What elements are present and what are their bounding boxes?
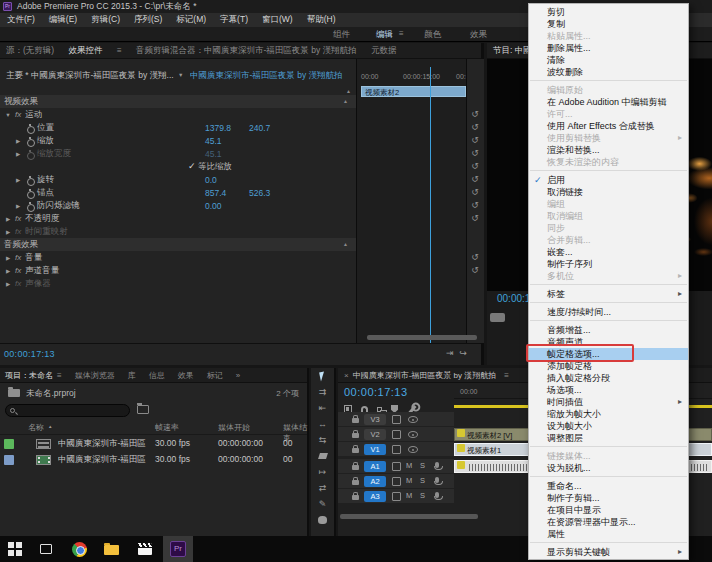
anchor-x-value[interactable]: 857.4 — [205, 188, 226, 198]
stopwatch-icon[interactable] — [26, 176, 34, 184]
premiere-taskbar-app[interactable]: Pr — [170, 541, 186, 557]
program-scrollbar-thumb[interactable] — [490, 313, 505, 322]
start-button[interactable] — [7, 541, 23, 557]
menu-item-properties[interactable]: 属性 — [529, 528, 688, 540]
effect-row-motion[interactable]: fx 运动 — [0, 108, 356, 121]
menu-item-audio-gain[interactable]: 音频增益... — [529, 324, 688, 336]
menu-item-scale-to-frame-size[interactable]: 缩放为帧大小 — [529, 408, 688, 420]
menu-item-replace-with-ae-comp[interactable]: 使用 After Effects 合成替换 — [529, 120, 688, 132]
menu-title[interactable]: 字幕(T) — [213, 14, 255, 26]
slide-tool[interactable]: ⇄ — [311, 480, 334, 496]
rolling-edit-tool[interactable]: ↔ — [311, 416, 334, 432]
stopwatch-icon[interactable] — [26, 189, 34, 197]
label-color-swatch[interactable] — [4, 455, 14, 465]
video-effects-section[interactable]: 视频效果 — [0, 95, 356, 108]
tab-audio-clip-mixer[interactable]: 音频剪辑混合器：中國廣東深圳市-福田區夜景 by 漢翔航拍 — [130, 43, 363, 57]
tab-metadata[interactable]: 元数据 — [365, 43, 403, 57]
eye-icon[interactable] — [408, 446, 418, 453]
lock-icon[interactable] — [352, 433, 359, 438]
sync-lock-icon[interactable] — [392, 415, 401, 424]
effect-row-anchor-point[interactable]: 锚点 857.4 526.3 — [0, 186, 356, 199]
tab-project[interactable]: 项目：未命名 — [5, 370, 53, 381]
menu-edit[interactable]: 编辑(E) — [42, 14, 84, 26]
scale-value[interactable]: 45.1 — [205, 136, 222, 146]
menu-item-make-subclip[interactable]: 制作子剪辑... — [529, 492, 688, 504]
mute-button[interactable]: M — [406, 461, 412, 470]
track-select-forward-tool[interactable]: ⇉ — [311, 384, 334, 400]
menu-item-field-options[interactable]: 场选项... — [529, 384, 688, 396]
menu-window[interactable]: 窗口(W) — [255, 14, 300, 26]
menu-sequence[interactable]: 序列(S) — [127, 14, 169, 26]
track-badge-a1[interactable]: A1 — [364, 461, 386, 472]
master-clip-label[interactable]: 主要 * 中國廣東深圳市-福田區夜景 by 漢翔... — [6, 70, 174, 82]
menu-item-ripple-delete[interactable]: 波纹删除 — [529, 66, 688, 78]
collapse-toggle-icon[interactable] — [3, 268, 13, 274]
reset-effect-icon[interactable] — [468, 161, 482, 172]
menu-item-frame-hold-options[interactable]: 帧定格选项... — [529, 348, 688, 360]
solo-button[interactable]: S — [420, 491, 425, 500]
track-badge-v3[interactable]: V3 — [364, 414, 386, 425]
panel-menu-icon[interactable]: ≡ — [111, 44, 128, 55]
menu-item-reveal-in-project[interactable]: 在项目中显示 — [529, 504, 688, 516]
sync-lock-icon[interactable] — [392, 430, 401, 439]
lock-icon[interactable] — [352, 448, 359, 453]
tab-effect-controls[interactable]: 效果控件 — [63, 43, 109, 57]
task-view-button[interactable] — [38, 541, 54, 557]
track-badge-v1[interactable]: V1 — [364, 444, 386, 455]
tab-info[interactable]: 信息 — [149, 370, 165, 381]
tab-libraries[interactable]: 库 — [128, 370, 136, 381]
reset-effect-icon[interactable] — [468, 109, 482, 120]
anchor-y-value[interactable]: 526.3 — [249, 188, 270, 198]
menu-item-time-interpolation[interactable]: 时间插值 — [529, 396, 688, 408]
reset-effect-icon[interactable] — [468, 122, 482, 133]
tab-media-browser[interactable]: 媒体浏览器 — [75, 370, 115, 381]
solo-button[interactable]: S — [420, 461, 425, 470]
panel-menu-icon[interactable]: ≡ — [504, 371, 509, 380]
new-bin-icon[interactable] — [137, 405, 149, 414]
stopwatch-icon[interactable] — [26, 137, 34, 145]
timeline-timecode[interactable]: 00:00:17:13 — [344, 386, 408, 398]
antiflicker-value[interactable]: 0.00 — [205, 201, 222, 211]
position-y-value[interactable]: 240.7 — [249, 123, 270, 133]
tab-effects[interactable]: 效果 — [178, 370, 194, 381]
menu-marker[interactable]: 标记(M) — [169, 14, 213, 26]
collapse-toggle-icon[interactable] — [13, 203, 23, 209]
effect-row-antiflicker[interactable]: 防闪烁滤镜 0.00 — [0, 199, 356, 212]
sequence-name-label[interactable]: 中國廣東深圳市-福田區夜景 by 漢翔航拍 — [190, 70, 352, 82]
lock-icon[interactable] — [352, 465, 359, 470]
effect-timeline-playhead[interactable] — [430, 67, 431, 343]
effect-row-opacity[interactable]: fx 不透明度 — [0, 212, 356, 225]
effect-row-scale[interactable]: 缩放 45.1 — [0, 134, 356, 147]
menu-item-rename[interactable]: 重命名... — [529, 480, 688, 492]
menu-clip[interactable]: 剪辑(C) — [84, 14, 127, 26]
sync-lock-icon[interactable] — [392, 462, 401, 471]
eye-icon[interactable] — [408, 416, 418, 423]
lane-collapse-icon[interactable]: ▲ — [346, 88, 351, 94]
menu-item-show-clip-keyframes[interactable]: 显示剪辑关键帧 — [529, 546, 688, 558]
mini-timeline-scrollbar[interactable] — [367, 335, 477, 340]
panel-menu-icon[interactable]: ≡ — [57, 371, 62, 380]
razor-tool[interactable] — [311, 448, 334, 464]
effect-row-rotation[interactable]: 旋转 0.0 — [0, 173, 356, 186]
project-row-clip[interactable]: 中國廣東深圳市-福田區 30.00 fps 00:00:00:00 00 — [0, 452, 307, 468]
collapse-toggle-icon[interactable] — [13, 138, 23, 144]
track-badge-a2[interactable]: A2 — [364, 476, 386, 487]
column-frame-rate[interactable]: 帧速率 — [155, 422, 179, 433]
reset-effect-icon[interactable] — [468, 187, 482, 198]
column-name[interactable]: 名称 — [28, 422, 52, 433]
menu-item-copy[interactable]: 复制 — [529, 18, 688, 30]
reset-effect-icon[interactable] — [468, 265, 482, 276]
effect-controls-timeline[interactable]: 00:00 00:00:15:00 00:00 视频素材2 — [356, 59, 466, 343]
reset-effect-icon[interactable] — [468, 252, 482, 263]
effect-row-channel-volume[interactable]: fx 声道音量 — [0, 264, 356, 277]
menu-item-insert-frame-hold-segment[interactable]: 插入帧定格分段 — [529, 372, 688, 384]
tabs-overflow-chevron[interactable]: » — [236, 371, 240, 380]
tab-sequence[interactable]: 中國廣東深圳市-福田區夜景 by 漢翔航拍 — [353, 370, 497, 381]
menu-help[interactable]: 帮助(H) — [300, 14, 343, 26]
menu-item-add-frame-hold[interactable]: 添加帧定格 — [529, 360, 688, 372]
eye-icon[interactable] — [408, 431, 418, 438]
menu-item-render-and-replace[interactable]: 渲染和替换... — [529, 144, 688, 156]
stopwatch-icon[interactable] — [26, 124, 34, 132]
chrome-app[interactable] — [71, 541, 87, 557]
label-color-swatch[interactable] — [4, 439, 14, 449]
